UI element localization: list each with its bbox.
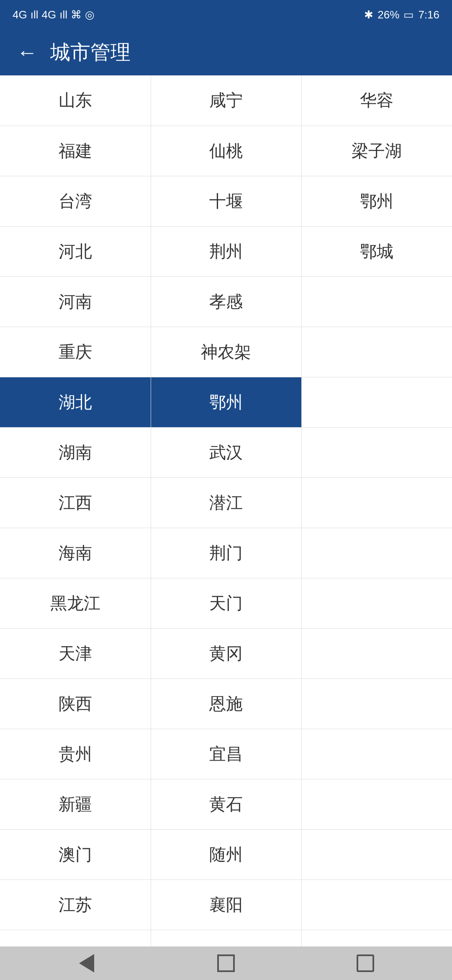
bluetooth-icon: ✱: [364, 8, 373, 21]
back-button[interactable]: ←: [17, 42, 38, 63]
table-cell: [301, 327, 452, 377]
table-cell[interactable]: 咸宁: [151, 75, 301, 126]
table-row: 黑龙江天门: [0, 578, 452, 628]
table-cell[interactable]: 神农架: [151, 327, 301, 377]
table-cell[interactable]: 襄阳: [151, 879, 301, 930]
table-cell[interactable]: 荆门: [151, 528, 301, 578]
table-cell[interactable]: 鄂城: [301, 226, 452, 276]
nav-recent-button[interactable]: [349, 953, 382, 974]
nav-back-triangle-icon: [79, 954, 94, 972]
table-row: 陕西恩施: [0, 678, 452, 729]
table-cell[interactable]: 荆州: [151, 226, 301, 276]
nav-home-button[interactable]: [209, 953, 243, 974]
table-cell[interactable]: 安徽: [0, 930, 151, 946]
city-grid-table: 山东咸宁华容福建仙桃梁子湖台湾十堰鄂州河北荆州鄂城河南孝感重庆神农架湖北鄂州湖南…: [0, 75, 452, 946]
table-cell: [301, 528, 452, 578]
table-cell: [301, 578, 452, 628]
table-cell: [301, 779, 452, 829]
table-cell: [301, 930, 452, 946]
nav-home-square-icon: [217, 954, 235, 972]
table-cell[interactable]: 福建: [0, 126, 151, 176]
table-cell[interactable]: 江苏: [0, 879, 151, 930]
table-row: 天津黄冈: [0, 628, 452, 678]
table-cell[interactable]: 黑龙江: [0, 578, 151, 628]
nav-back-button[interactable]: [70, 953, 103, 974]
table-row: 湖南武汉: [0, 427, 452, 477]
table-cell[interactable]: 天津: [0, 628, 151, 678]
table-cell[interactable]: 重庆: [0, 327, 151, 377]
table-row: 海南荆门: [0, 528, 452, 578]
table-cell[interactable]: 湖南: [0, 427, 151, 477]
table-cell[interactable]: 随州: [151, 829, 301, 879]
status-left-icons: 4G ıll 4G ıll ⌘ ◎: [13, 8, 95, 21]
status-right-icons: ✱ 26% ▭ 7:16: [364, 8, 439, 21]
table-cell[interactable]: 河南: [0, 276, 151, 327]
table-row: 台湾十堰鄂州: [0, 176, 452, 226]
table-cell: [301, 377, 452, 427]
table-cell[interactable]: 孝感: [151, 276, 301, 327]
signal-icon-2: ıll: [31, 8, 39, 21]
table-cell[interactable]: 海南: [0, 528, 151, 578]
table-cell: [301, 427, 452, 477]
table-cell: [151, 930, 301, 946]
nav-bar: [0, 946, 452, 980]
table-cell: [301, 729, 452, 779]
table-cell: [301, 628, 452, 678]
table-row: 山东咸宁华容: [0, 75, 452, 126]
table-cell[interactable]: 山东: [0, 75, 151, 126]
table-cell[interactable]: 梁子湖: [301, 126, 452, 176]
table-cell[interactable]: 鄂州: [151, 377, 301, 427]
table-row: 河北荆州鄂城: [0, 226, 452, 276]
table-cell[interactable]: 天门: [151, 578, 301, 628]
table-cell[interactable]: 江西: [0, 477, 151, 528]
table-cell[interactable]: 黄石: [151, 779, 301, 829]
table-cell[interactable]: 华容: [301, 75, 452, 126]
table-cell[interactable]: 黄冈: [151, 628, 301, 678]
table-cell[interactable]: 台湾: [0, 176, 151, 226]
battery-text: 26%: [378, 8, 399, 21]
city-table-container[interactable]: 山东咸宁华容福建仙桃梁子湖台湾十堰鄂州河北荆州鄂城河南孝感重庆神农架湖北鄂州湖南…: [0, 75, 452, 946]
table-cell[interactable]: 鄂州: [301, 176, 452, 226]
table-row: 河南孝感: [0, 276, 452, 327]
table-cell[interactable]: 宜昌: [151, 729, 301, 779]
table-cell[interactable]: 贵州: [0, 729, 151, 779]
time-display: 7:16: [418, 8, 439, 21]
signal-icon-4: ıll: [59, 8, 67, 21]
status-bar: 4G ıll 4G ıll ⌘ ◎ ✱ 26% ▭ 7:16: [0, 0, 452, 29]
table-cell[interactable]: 十堰: [151, 176, 301, 226]
table-row: 重庆神农架: [0, 327, 452, 377]
table-row: 福建仙桃梁子湖: [0, 126, 452, 176]
table-row: 新疆黄石: [0, 779, 452, 829]
header: ← 城市管理: [0, 29, 452, 75]
table-cell[interactable]: 澳门: [0, 829, 151, 879]
signal-icon-1: 4G: [13, 8, 27, 21]
table-cell[interactable]: 潜江: [151, 477, 301, 528]
table-cell[interactable]: 武汉: [151, 427, 301, 477]
table-cell: [301, 276, 452, 327]
nav-recent-icon: [357, 954, 374, 972]
table-cell[interactable]: 仙桃: [151, 126, 301, 176]
page-title: 城市管理: [50, 39, 131, 66]
table-row: 江苏襄阳: [0, 879, 452, 930]
table-cell: [301, 829, 452, 879]
table-cell[interactable]: 陕西: [0, 678, 151, 729]
signal-icon-3: 4G: [41, 8, 56, 21]
wifi-icon: ⌘: [71, 8, 82, 21]
table-cell: [301, 678, 452, 729]
table-row: 澳门随州: [0, 829, 452, 879]
table-cell[interactable]: 湖北: [0, 377, 151, 427]
table-cell: [301, 477, 452, 528]
table-row: 湖北鄂州: [0, 377, 452, 427]
table-cell: [301, 879, 452, 930]
eye-icon: ◎: [85, 8, 95, 21]
battery-icon: ▭: [403, 8, 414, 21]
table-cell[interactable]: 恩施: [151, 678, 301, 729]
table-cell[interactable]: 新疆: [0, 779, 151, 829]
table-row: 江西潜江: [0, 477, 452, 528]
table-cell[interactable]: 河北: [0, 226, 151, 276]
table-row: 安徽: [0, 930, 452, 946]
table-row: 贵州宜昌: [0, 729, 452, 779]
